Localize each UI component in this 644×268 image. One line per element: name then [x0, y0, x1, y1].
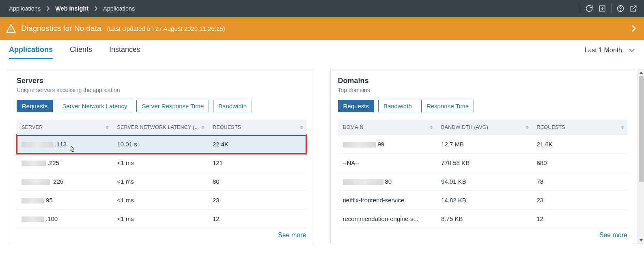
open-external-icon[interactable]: [627, 2, 640, 15]
chevron-right-icon[interactable]: [628, 23, 639, 34]
top-bar: Applications Web Insight Applications: [0, 0, 644, 17]
requests-cell: 22.4K: [208, 135, 306, 154]
requests-cell: 12: [532, 210, 627, 228]
latency-cell: <1 ms: [112, 154, 207, 172]
table-row[interactable]: 8094.01 KB78: [338, 172, 628, 191]
topbar-separator: [611, 4, 612, 13]
domains-table: DOMAIN BANDWIDTH (AVG) REQUESTS 9912.7 M…: [338, 120, 628, 228]
domains-see-more[interactable]: See more: [338, 232, 628, 239]
bandwidth-cell: 14.82 KB: [436, 191, 532, 210]
latency-cell: <1 ms: [112, 172, 207, 191]
server-cell: 226: [17, 172, 112, 191]
breadcrumb-item-applications[interactable]: Applications: [9, 5, 41, 12]
chevron-right-icon: [46, 6, 50, 11]
bandwidth-cell: 12.7 MB: [436, 135, 532, 154]
scroll-up-icon[interactable]: [638, 69, 644, 76]
time-range-select[interactable]: Last 1 Month: [585, 47, 635, 58]
domain-cell: 80: [338, 172, 437, 191]
banner-meta: (Last Updated on 27 August 2020 11:26:25…: [107, 25, 225, 32]
latency-cell: <1 ms: [112, 191, 207, 210]
download-icon[interactable]: [596, 2, 609, 15]
refresh-icon[interactable]: [583, 2, 596, 15]
page-scrollbar[interactable]: [638, 69, 644, 244]
servers-table: SERVER SERVER NETWORK LATENCY (... REQUE…: [17, 120, 306, 228]
requests-cell: 23: [532, 191, 627, 210]
topbar-separator: [580, 4, 580, 13]
requests-cell: 21.6K: [532, 135, 627, 154]
table-row[interactable]: --NA--770.58 KB680: [338, 154, 628, 172]
requests-cell: 78: [532, 172, 627, 191]
table-row[interactable]: 95<1 ms23: [17, 191, 306, 210]
servers-see-more[interactable]: See more: [17, 232, 306, 239]
tab-instances[interactable]: Instances: [109, 45, 140, 59]
servers-tab-network-latency[interactable]: Server Network Latency: [57, 100, 132, 112]
domains-col-domain[interactable]: DOMAIN: [338, 120, 437, 135]
servers-metric-tabs: Requests Server Network Latency Server R…: [17, 100, 306, 112]
latency-cell: 10.01 s: [112, 135, 207, 154]
help-icon[interactable]: [614, 2, 627, 15]
bandwidth-cell: 94.01 KB: [436, 172, 532, 191]
domain-cell: recommendation-engine-s...: [338, 210, 437, 228]
table-row[interactable]: netflix-frontend-service14.82 KB23: [338, 191, 628, 210]
servers-col-server[interactable]: SERVER: [17, 120, 112, 135]
domains-tab-response-time[interactable]: Response Time: [421, 100, 474, 112]
content-area: Servers Unique servers accessing the app…: [0, 59, 644, 248]
chevron-down-icon: [629, 48, 635, 53]
banner-title: Diagnostics for No data: [21, 24, 101, 33]
latency-cell: <1 ms: [112, 210, 207, 228]
table-row[interactable]: recommendation-engine-s...8.75 KB12: [338, 210, 628, 228]
requests-cell: 680: [532, 154, 627, 172]
breadcrumb: Applications Web Insight Applications: [9, 5, 135, 12]
table-row[interactable]: 226<1 ms80: [17, 172, 306, 191]
servers-card: Servers Unique servers accessing the app…: [9, 69, 314, 244]
servers-card-subtitle: Unique servers accessing the application: [17, 87, 306, 93]
domains-card-subtitle: Top domains: [338, 87, 628, 93]
requests-cell: 23: [208, 191, 306, 210]
domains-card: Domains Top domains Requests Bandwidth R…: [330, 69, 635, 244]
servers-tab-response-time[interactable]: Server Response Time: [136, 100, 209, 112]
domain-cell: netflix-frontend-service: [338, 191, 437, 210]
requests-cell: 121: [208, 154, 306, 172]
topbar-actions: [577, 2, 640, 15]
svg-point-2: [11, 30, 11, 31]
scroll-down-icon[interactable]: [638, 237, 644, 244]
requests-cell: 80: [208, 172, 306, 191]
tab-applications[interactable]: Applications: [9, 45, 53, 59]
table-row[interactable]: .11310.01 s22.4K: [17, 135, 306, 154]
time-range-label: Last 1 Month: [585, 47, 622, 54]
domain-cell: --NA--: [338, 154, 437, 172]
servers-tab-requests[interactable]: Requests: [17, 100, 53, 112]
servers-col-requests[interactable]: REQUESTS: [208, 120, 306, 135]
breadcrumb-item-web-insight[interactable]: Web Insight: [55, 5, 88, 12]
warning-icon: [6, 23, 16, 34]
scrollbar-thumb[interactable]: [639, 76, 644, 182]
servers-card-title: Servers: [17, 77, 306, 85]
bandwidth-cell: 770.58 KB: [436, 154, 532, 172]
domains-card-title: Domains: [338, 77, 628, 85]
server-cell: .113: [17, 135, 112, 154]
domains-metric-tabs: Requests Bandwidth Response Time: [338, 100, 628, 112]
diagnostics-banner[interactable]: Diagnostics for No data (Last Updated on…: [0, 17, 644, 40]
server-cell: 95: [17, 191, 112, 210]
domains-col-bandwidth[interactable]: BANDWIDTH (AVG): [436, 120, 532, 135]
requests-cell: 12: [208, 210, 306, 228]
table-row[interactable]: 9912.7 MB21.6K: [338, 135, 628, 154]
bandwidth-cell: 8.75 KB: [436, 210, 532, 228]
domain-cell: 99: [338, 135, 437, 154]
domains-tab-bandwidth[interactable]: Bandwidth: [378, 100, 417, 112]
breadcrumb-item-applications-leaf[interactable]: Applications: [103, 5, 135, 12]
server-cell: .225: [17, 154, 112, 172]
servers-col-latency[interactable]: SERVER NETWORK LATENCY (...: [112, 120, 207, 135]
server-cell: .100: [17, 210, 112, 228]
chevron-right-icon: [94, 6, 97, 11]
servers-tab-bandwidth[interactable]: Bandwidth: [213, 100, 252, 112]
table-row[interactable]: .100<1 ms12: [17, 210, 306, 228]
subnav-tabs: Applications Clients Instances Last 1 Mo…: [0, 40, 644, 59]
domains-col-requests[interactable]: REQUESTS: [532, 120, 627, 135]
svg-point-1: [620, 10, 621, 11]
tab-clients[interactable]: Clients: [70, 45, 92, 59]
domains-tab-requests[interactable]: Requests: [338, 100, 374, 112]
table-row[interactable]: .225<1 ms121: [17, 154, 306, 172]
